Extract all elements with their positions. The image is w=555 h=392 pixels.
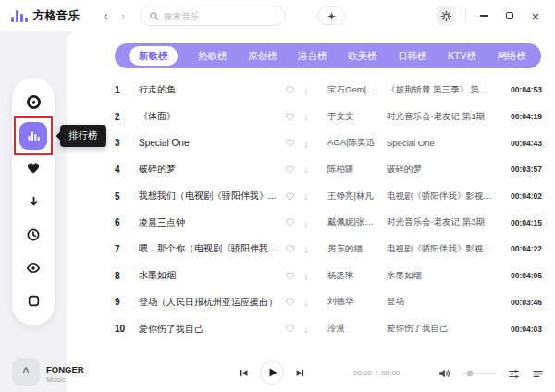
search-box[interactable] <box>140 6 286 26</box>
volume-button[interactable] <box>438 367 450 380</box>
sidebar-item-downloads[interactable] <box>19 188 47 215</box>
play-button[interactable] <box>260 361 284 385</box>
like-icon[interactable] <box>285 271 303 281</box>
like-icon[interactable] <box>285 324 303 334</box>
chart-tab[interactable]: 网络榜 <box>497 50 526 63</box>
song-row[interactable]: 1 行走的鱼 ↓ 宝石Gem|李... 《披荆斩棘 第三季》 第4期 00:04… <box>67 77 555 104</box>
player-cover[interactable]: ^ <box>12 358 40 386</box>
sidebar-item-mv[interactable] <box>19 254 47 282</box>
chart-tab[interactable]: 日韩榜 <box>398 50 427 63</box>
chart-tab[interactable]: 原创榜 <box>248 50 278 63</box>
download-icon[interactable]: ↓ <box>303 217 327 228</box>
sidebar-item-ranking[interactable]: 排行榜 <box>19 122 47 150</box>
disc-icon <box>26 94 42 110</box>
chart-tab[interactable]: 港台榜 <box>298 50 327 63</box>
song-album: 时光音乐会·老友记 第3期 <box>387 216 498 228</box>
sidebar-item-favorites[interactable] <box>19 154 47 182</box>
song-title: 登场（人民日报杭州亚运应援曲） <box>139 296 285 309</box>
song-album: 爱你伤了我自己 <box>387 323 498 335</box>
sidebar: 排行榜 <box>0 31 67 392</box>
song-index: 7 <box>115 244 139 254</box>
close-button[interactable]: × <box>527 7 544 24</box>
song-index: 6 <box>115 217 139 227</box>
time-display: 00:00 / 00:00 <box>353 369 400 377</box>
back-button[interactable]: ‹ <box>104 9 108 22</box>
song-artist: 房东的猫 <box>327 243 387 255</box>
like-icon[interactable] <box>285 138 303 148</box>
chart-tab[interactable]: KTV榜 <box>448 50 476 63</box>
song-duration: 00:04:02 <box>498 191 542 201</box>
song-duration: 00:04:22 <box>498 244 542 253</box>
eye-icon <box>26 261 41 276</box>
sidebar-item-music[interactable] <box>19 89 47 116</box>
total-time: 00:00 <box>381 369 400 377</box>
song-row[interactable]: 4 破碎的梦 ↓ 陈柏疆 破碎的梦 00:03:57 <box>67 156 555 183</box>
song-album: 电视剧《骄阳伴我》影视原声大碟 <box>387 243 498 255</box>
tooltip: 排行榜 <box>60 125 106 147</box>
song-duration: 00:04:15 <box>498 218 542 227</box>
elapsed-time: 00:00 <box>353 369 372 377</box>
player-meta: FONGER Music <box>46 364 84 384</box>
song-artist: 刘德华 <box>327 296 387 308</box>
app-title: 方格音乐 <box>33 8 80 24</box>
chart-tab[interactable]: 欧美榜 <box>348 50 377 63</box>
time-separator: / <box>376 369 377 377</box>
song-album: 电视剧《骄阳伴我》影视原声大碟 <box>387 190 498 202</box>
playlist-button[interactable] <box>532 368 544 380</box>
download-icon[interactable]: ↓ <box>303 111 327 122</box>
minimize-button[interactable] <box>475 7 492 24</box>
song-row[interactable]: 9 登场（人民日报杭州亚运应援曲） ↓ 刘德华 登场 00:03:46 <box>67 289 555 316</box>
equalizer-button[interactable] <box>508 368 520 380</box>
song-title: 喂，那个你（电视剧《骄阳伴我》... <box>139 242 285 255</box>
download-icon[interactable]: ↓ <box>303 164 327 175</box>
song-album: 时光音乐会·老友记 第1期 <box>387 111 498 123</box>
song-duration: 00:04:05 <box>498 271 542 280</box>
song-index: 5 <box>115 191 139 202</box>
settings-button[interactable] <box>436 6 456 26</box>
download-icon[interactable]: ↓ <box>303 297 327 308</box>
song-duration: 00:04:53 <box>498 85 542 94</box>
download-icon[interactable]: ↓ <box>303 243 327 254</box>
song-row[interactable]: 5 我想我们（电视剧《骄阳伴我》... ↓ 王铮亮|林凡 电视剧《骄阳伴我》影视… <box>67 183 555 210</box>
sidebar-item-history[interactable] <box>19 221 47 249</box>
like-icon[interactable] <box>285 217 303 227</box>
sound-effect-button[interactable] <box>317 6 345 25</box>
previous-button[interactable] <box>239 368 249 378</box>
song-row[interactable]: 2 《体面》 ↓ 于文文 时光音乐会·老友记 第1期 00:04:19 <box>67 104 555 130</box>
chart-tab[interactable]: 新歌榜 <box>130 46 178 66</box>
forward-button[interactable]: › <box>121 9 126 22</box>
song-row[interactable]: 7 喂，那个你（电视剧《骄阳伴我》... ↓ 房东的猫 电视剧《骄阳伴我》影视原… <box>67 236 555 263</box>
maximize-button[interactable] <box>501 7 518 24</box>
song-album: Special One <box>387 138 498 148</box>
like-icon[interactable] <box>285 191 303 202</box>
download-icon[interactable]: ↓ <box>303 324 327 335</box>
song-artist: AGA|陈奕迅 <box>327 137 387 149</box>
download-icon[interactable]: ↓ <box>303 138 327 149</box>
download-icon[interactable]: ↓ <box>303 270 327 281</box>
song-duration: 00:03:46 <box>498 298 542 307</box>
song-row[interactable]: 3 Special One ↓ AGA|陈奕迅 Special One 00:0… <box>67 129 555 156</box>
player-subtitle: Music <box>46 375 84 384</box>
volume-slider-knob[interactable] <box>467 371 474 377</box>
song-album: 登场 <box>387 296 498 308</box>
song-album: 破碎的梦 <box>387 164 498 176</box>
like-icon[interactable] <box>285 297 303 307</box>
sidebar-item-plugins[interactable] <box>19 287 47 314</box>
download-icon[interactable]: ↓ <box>303 190 327 202</box>
song-row[interactable]: 8 水墨如烟 ↓ 杨丞琳 水墨如烟 00:04:05 <box>67 263 555 289</box>
like-icon[interactable] <box>285 112 303 122</box>
like-icon[interactable] <box>285 244 303 254</box>
like-icon[interactable] <box>285 165 303 175</box>
song-row[interactable]: 6 凌晨三点钟 ↓ 戴佩妮|张韶涵 时光音乐会·老友记 第3期 00:04:15 <box>67 209 555 236</box>
song-row[interactable]: 10 爱你伤了我自己 ↓ 冷漠 爱你伤了我自己 00:04:03 <box>67 315 555 342</box>
chart-tabbar: 新歌榜热歌榜原创榜港台榜欧美榜日韩榜KTV榜网络榜 <box>115 43 541 68</box>
volume-slider[interactable] <box>462 373 496 374</box>
chart-tab[interactable]: 热歌榜 <box>198 50 228 63</box>
song-album: 《披荆斩棘 第三季》 第4期 <box>387 84 498 96</box>
player-title: FONGER <box>46 364 84 374</box>
like-icon[interactable] <box>285 85 303 95</box>
minimize-icon <box>480 15 488 17</box>
next-button[interactable] <box>295 368 305 378</box>
download-icon[interactable]: ↓ <box>303 84 327 95</box>
search-input[interactable] <box>164 11 277 21</box>
